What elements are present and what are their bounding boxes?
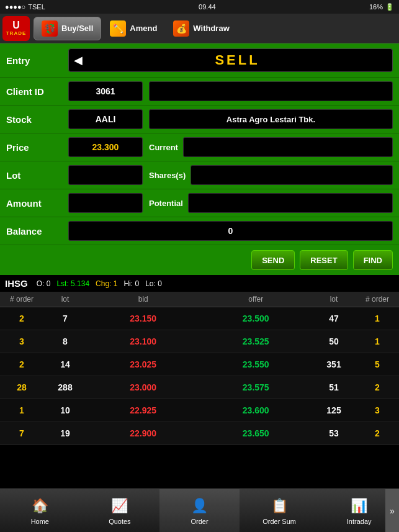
action-row: SEND RESET FIND: [0, 245, 399, 275]
table-row: 28 288 23.000 23.575 51 2: [0, 376, 399, 399]
nav-buysell-label: Buy/Sell: [61, 24, 93, 33]
clientid-input[interactable]: 3061: [68, 81, 143, 101]
ihsg-open: O: 0: [37, 279, 51, 288]
ihsg-last: Lst: 5.134: [56, 279, 89, 288]
send-button[interactable]: SEND: [251, 250, 295, 270]
stock-row: Stock AALI Astra Agro Lestari Tbk.: [0, 106, 399, 133]
offer-5: 23.600: [200, 405, 313, 415]
offer-2: 23.525: [200, 336, 313, 346]
th-order-bid: # order: [0, 295, 43, 304]
entry-row: Entry ◀ SELL: [0, 43, 399, 78]
bid-4: 23.000: [87, 382, 200, 392]
table-row: 3 8 23.100 23.525 50 1: [0, 330, 399, 353]
offer-4: 23.575: [200, 382, 313, 392]
clientid-extra-input[interactable]: [149, 81, 393, 101]
price-right: Current: [149, 137, 393, 157]
lot-bid-1: 7: [43, 313, 87, 323]
offer-1: 23.500: [200, 313, 313, 323]
nav-quotes-button[interactable]: 📈 Quotes: [80, 489, 160, 532]
nav-chevron-icon[interactable]: »: [385, 489, 399, 532]
bid-2: 23.100: [87, 336, 200, 346]
current-input[interactable]: [183, 137, 393, 157]
table-row: 2 14 23.025 23.550 351 5: [0, 353, 399, 376]
shares-label: Shares(s): [149, 171, 186, 180]
entry-label: Entry: [6, 55, 62, 66]
status-left: ●●●●○ TSEL: [5, 3, 45, 11]
amount-label: Amount: [6, 198, 62, 209]
signal-icon: ●●●●○: [5, 3, 25, 11]
lot-offer-3: 351: [312, 359, 356, 369]
bid-6: 22.900: [87, 428, 200, 438]
logo-subtext: TRADE: [6, 30, 27, 36]
ihsg-chg: Chg: 1: [96, 279, 117, 288]
balance-value: 0: [68, 221, 393, 241]
price-row: Price 23.300 Current: [0, 133, 399, 161]
th-lot-offer: lot: [312, 295, 356, 304]
amount-input[interactable]: [68, 193, 143, 213]
nav-ordersum-button[interactable]: 📋 Order Sum: [240, 489, 320, 532]
status-time: 09.44: [199, 3, 216, 11]
bid-1: 23.150: [87, 313, 200, 323]
order-offer-1: 1: [356, 313, 399, 323]
ihsg-hi: Hi: 0: [123, 279, 139, 288]
shares-input[interactable]: [191, 165, 393, 185]
table-row: 2 7 23.150 23.500 47 1: [0, 307, 399, 330]
nav-withdraw-button[interactable]: 💰 Withdraw: [166, 17, 236, 40]
nav-order-button[interactable]: 👤 Order: [159, 489, 240, 532]
sell-text: SELL: [87, 52, 387, 68]
bid-5: 22.925: [87, 405, 200, 415]
lot-bid-3: 14: [43, 359, 87, 369]
table-row: 1 10 22.925 23.600 125 3: [0, 399, 399, 422]
offer-6: 23.650: [200, 428, 313, 438]
battery-level: 16%: [369, 3, 383, 11]
stock-code-input[interactable]: AALI: [68, 109, 143, 129]
lot-bid-4: 288: [43, 382, 87, 392]
home-icon: 🏠: [30, 496, 50, 516]
table-row: 7 19 22.900 23.650 53 2: [0, 422, 399, 445]
app-logo: U TRADE: [2, 16, 30, 41]
nav-home-label: Home: [31, 518, 49, 525]
order-offer-4: 2: [356, 382, 399, 392]
nav-order-label: Order: [191, 518, 208, 525]
th-order-offer: # order: [356, 295, 399, 304]
status-bar: ●●●●○ TSEL 09.44 16% 🔋: [0, 0, 399, 14]
stock-label: Stock: [6, 114, 62, 125]
th-lot-bid: lot: [43, 295, 87, 304]
lot-offer-1: 47: [312, 313, 356, 323]
nav-intraday-label: Intraday: [347, 518, 372, 525]
ihsg-title: IHSG: [5, 278, 28, 289]
order-offer-5: 3: [356, 405, 399, 415]
amount-row: Amount Potential: [0, 189, 399, 217]
clientid-row: Client ID 3061: [0, 78, 399, 106]
nav-amend-button[interactable]: ✏️ Amend: [102, 17, 164, 40]
sell-container[interactable]: ◀ SELL: [68, 48, 393, 72]
lot-bid-2: 8: [43, 336, 87, 346]
ihsg-bar: IHSG O: 0 Lst: 5.134 Chg: 1 Hi: 0 Lo: 0: [0, 275, 399, 292]
lot-input[interactable]: [68, 165, 143, 185]
balance-label: Balance: [6, 226, 62, 237]
th-bid: bid: [87, 295, 200, 304]
order-bid-2: 3: [0, 336, 43, 346]
nav-ordersum-label: Order Sum: [262, 518, 296, 525]
lot-offer-4: 51: [312, 382, 356, 392]
offer-3: 23.550: [200, 359, 313, 369]
price-input[interactable]: 23.300: [68, 137, 143, 157]
order-book: # order lot bid offer lot # order 2 7 23…: [0, 292, 399, 445]
order-offer-6: 2: [356, 428, 399, 438]
th-offer: offer: [200, 295, 313, 304]
potential-input[interactable]: [188, 193, 393, 213]
bid-3: 23.025: [87, 359, 200, 369]
arrow-left-icon[interactable]: ◀: [74, 53, 83, 67]
nav-amend-label: Amend: [130, 24, 157, 33]
amend-icon: ✏️: [110, 20, 126, 37]
price-label: Price: [6, 142, 62, 153]
order-bid-1: 2: [0, 313, 43, 323]
top-nav: U TRADE 💱 Buy/Sell ✏️ Amend 💰 Withdraw: [0, 14, 399, 43]
nav-buysell-button[interactable]: 💱 Buy/Sell: [34, 17, 101, 40]
nav-home-button[interactable]: 🏠 Home: [0, 489, 80, 532]
withdraw-icon: 💰: [173, 20, 189, 37]
balance-row: Balance 0: [0, 217, 399, 245]
reset-button[interactable]: RESET: [300, 250, 347, 270]
logo-letter: U: [12, 20, 20, 30]
find-button[interactable]: FIND: [353, 250, 393, 270]
